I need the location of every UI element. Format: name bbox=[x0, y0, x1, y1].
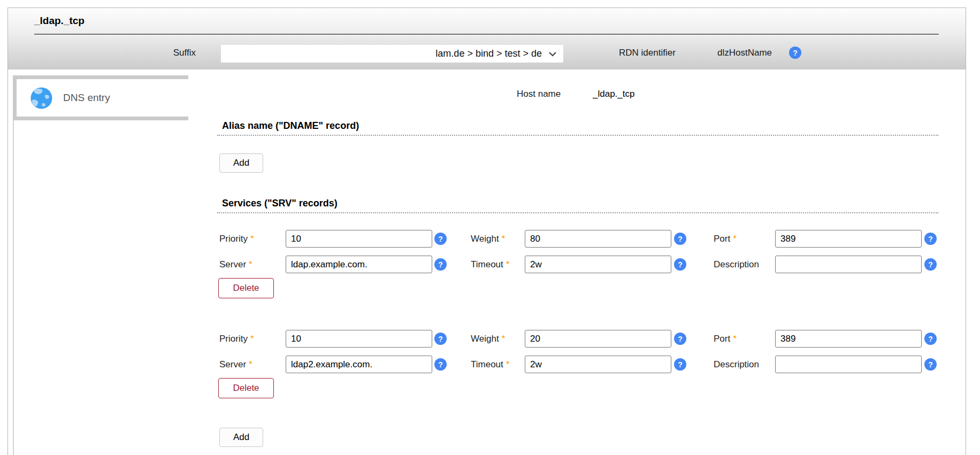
host-name-value: _ldap._tcp bbox=[593, 89, 634, 99]
help-icon[interactable]: ? bbox=[434, 333, 447, 345]
required-marker: * bbox=[250, 334, 254, 344]
alias-section-divider bbox=[217, 135, 938, 136]
priority-input[interactable] bbox=[286, 330, 432, 348]
timeout-input[interactable] bbox=[525, 256, 671, 273]
globe-icon bbox=[30, 87, 52, 109]
help-icon[interactable]: ? bbox=[434, 233, 447, 245]
sidebar-tab-label: DNS entry bbox=[63, 92, 110, 104]
timeout-label: Timeout* bbox=[471, 259, 509, 270]
help-icon[interactable]: ? bbox=[789, 47, 801, 59]
required-marker: * bbox=[506, 259, 510, 270]
required-marker: * bbox=[249, 359, 252, 370]
help-icon[interactable]: ? bbox=[924, 333, 937, 345]
srv-record: Priority* ? Weight* ? Port* ? Server* ? … bbox=[0, 230, 980, 300]
server-label: Server* bbox=[219, 259, 252, 270]
weight-input[interactable] bbox=[525, 330, 671, 348]
suffix-label: Suffix bbox=[128, 48, 196, 58]
delete-record-button[interactable]: Delete bbox=[218, 378, 274, 398]
sidebar-tab-dns-entry[interactable]: DNS entry bbox=[13, 75, 188, 120]
priority-label: Priority* bbox=[219, 334, 254, 344]
rdn-identifier-value: dlzHostName bbox=[717, 48, 772, 58]
suffix-select[interactable]: lam.de > bind > test > de bbox=[221, 45, 563, 63]
help-icon[interactable]: ? bbox=[434, 358, 447, 371]
required-marker: * bbox=[502, 334, 506, 344]
port-input[interactable] bbox=[775, 330, 922, 348]
page-title: _ldap._tcp bbox=[34, 15, 85, 27]
help-icon[interactable]: ? bbox=[434, 258, 447, 271]
delete-record-button[interactable]: Delete bbox=[218, 278, 274, 298]
help-icon[interactable]: ? bbox=[674, 333, 686, 345]
required-marker: * bbox=[250, 234, 254, 244]
server-input[interactable] bbox=[286, 356, 432, 373]
srv-record: Priority* ? Weight* ? Port* ? Server* ? … bbox=[0, 330, 980, 400]
help-icon[interactable]: ? bbox=[674, 233, 686, 245]
server-input[interactable] bbox=[286, 256, 432, 273]
rdn-identifier-label: RDN identifier bbox=[619, 48, 676, 58]
weight-label: Weight* bbox=[471, 334, 505, 344]
timeout-label: Timeout* bbox=[471, 359, 509, 370]
server-label: Server* bbox=[219, 359, 252, 370]
weight-input[interactable] bbox=[525, 230, 671, 248]
help-icon[interactable]: ? bbox=[924, 258, 937, 271]
alias-section-title: Alias name ("DNAME" record) bbox=[222, 120, 359, 132]
host-name-label: Host name bbox=[517, 89, 561, 99]
add-service-button[interactable]: Add bbox=[219, 428, 263, 447]
weight-label: Weight* bbox=[471, 234, 505, 244]
help-icon[interactable]: ? bbox=[674, 258, 686, 271]
port-input[interactable] bbox=[775, 230, 922, 248]
help-icon[interactable]: ? bbox=[924, 233, 937, 245]
priority-input[interactable] bbox=[286, 230, 432, 248]
port-label: Port* bbox=[714, 234, 737, 244]
chevron-down-icon bbox=[548, 51, 557, 57]
services-section-title: Services ("SRV" records) bbox=[222, 198, 338, 209]
required-marker: * bbox=[249, 259, 252, 270]
timeout-input[interactable] bbox=[525, 356, 671, 373]
services-section-divider bbox=[217, 212, 938, 213]
description-input[interactable] bbox=[775, 256, 922, 273]
required-marker: * bbox=[733, 234, 737, 244]
priority-label: Priority* bbox=[219, 234, 254, 244]
title-divider bbox=[34, 34, 939, 35]
required-marker: * bbox=[506, 359, 510, 370]
description-input[interactable] bbox=[775, 356, 922, 373]
description-label: Description bbox=[714, 259, 759, 270]
description-label: Description bbox=[714, 359, 759, 370]
help-icon[interactable]: ? bbox=[924, 358, 937, 371]
add-alias-button[interactable]: Add bbox=[219, 153, 263, 173]
help-icon[interactable]: ? bbox=[674, 358, 686, 371]
required-marker: * bbox=[733, 334, 737, 344]
suffix-select-value: lam.de > bind > test > de bbox=[435, 48, 542, 59]
port-label: Port* bbox=[714, 334, 737, 344]
required-marker: * bbox=[502, 234, 506, 244]
